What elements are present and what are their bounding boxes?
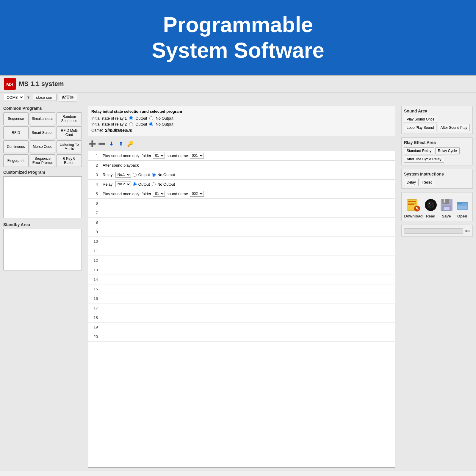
com-port-select[interactable]: COM3 COM1 COM2 COM4 [4, 94, 24, 101]
line-number: 10 [88, 239, 100, 244]
relay2-row: Initial state of relay 2 Output No Outpu… [91, 122, 392, 126]
sound-area-buttons: Play Sound Once Loop Play Sound After So… [404, 116, 470, 131]
app-window: MS MS 1.1 system COM3 COM1 COM2 COM4 ▼ c… [0, 75, 476, 471]
line-number: 16 [88, 296, 100, 301]
move-down-button[interactable]: ⬇ [107, 140, 115, 148]
add-line-button[interactable]: ➕ [88, 140, 96, 148]
customized-program-section: Customized Program [3, 170, 82, 219]
play-sound-once-button[interactable]: Play Sound Once [404, 116, 437, 123]
line-row: 12 [88, 256, 395, 265]
btn-smart-screen[interactable]: Smart Screen [30, 126, 55, 139]
toolbar: COM3 COM1 COM2 COM4 ▼ close com 配置块 [0, 93, 476, 103]
btn-6-key-6-button[interactable]: 6 Key 6 Button [57, 154, 82, 167]
line-number: 11 [88, 249, 100, 253]
line-number: 8 [88, 220, 100, 225]
program-lines: 1 Play sound once only: folder 0102 soun… [88, 151, 395, 468]
play-sound-label-5: Play sound once only: folder [103, 192, 151, 196]
relay2-nooutput-radio[interactable] [149, 122, 153, 126]
line-row: 19 [88, 322, 395, 332]
folder-select-5[interactable]: 0102 [153, 191, 165, 197]
system-instruction-buttons: Delay Reset [404, 179, 470, 186]
standby-box [3, 229, 82, 270]
line-row: 5 Play sound once only: folder 0102 soun… [88, 189, 395, 199]
relay-num-select-3[interactable]: No.1No.2 [115, 172, 131, 178]
btn-listening-to-music[interactable]: Listening To Music [57, 140, 82, 153]
content-area: Common Programs Sequence Simultaneous Ra… [0, 103, 476, 471]
config-block-button[interactable]: 配置块 [59, 94, 77, 101]
line-number: 4 [88, 182, 100, 187]
relay1-output-radio[interactable] [129, 116, 133, 120]
btn-sequence-error-prompt[interactable]: Sequence Error Prompt [30, 154, 55, 167]
standard-relay-button[interactable]: Standard Relay [404, 147, 434, 154]
btn-simultaneous[interactable]: Simultaneous [30, 112, 55, 125]
btn-sequence[interactable]: Sequence [3, 112, 29, 125]
left-panel: Common Programs Sequence Simultaneous Ra… [0, 103, 85, 471]
sound-select-1[interactable]: 001002003 [190, 153, 204, 159]
relay4-nooutput-radio[interactable] [152, 182, 156, 186]
relay2-nooutput-label: No Output [156, 122, 173, 126]
common-programs-grid: Sequence Simultaneous Random Sequence RF… [3, 112, 82, 167]
middle-panel: Relay initial state selection and select… [85, 103, 398, 471]
line-number: 14 [88, 277, 100, 282]
sound-name-label-5: sound name [167, 192, 188, 196]
sound-select-5[interactable]: 002001003 [190, 191, 204, 197]
sound-name-label-1: sound name [167, 154, 188, 158]
folder-select-1[interactable]: 0102 [153, 153, 165, 159]
line-content: After sound playback [100, 162, 395, 168]
btn-rfid[interactable]: RFID [3, 126, 29, 139]
relay3-output-label: Output [138, 173, 150, 177]
btn-rfid-multi-card[interactable]: RFID Multi Card [57, 126, 82, 139]
relay3-nooutput-label: No Output [157, 173, 175, 177]
line-row: 16 [88, 294, 395, 303]
relay-num-select-4[interactable]: No.2No.1 [115, 181, 131, 187]
key-button[interactable]: 🔑 [126, 140, 134, 148]
line-row: 3 Relay: No.1No.2 Output No Output [88, 170, 395, 180]
remove-line-button[interactable]: ➖ [98, 140, 106, 148]
header-line2: System Software [6, 37, 470, 63]
btn-fingerprint[interactable]: Fingerprint [3, 154, 29, 167]
download-action[interactable]: ✎ Download [404, 197, 422, 218]
after-the-cycle-relay-button[interactable]: After The Cycle Relay [404, 156, 444, 163]
line-content: Play sound once only: folder 0102 sound … [100, 190, 395, 197]
svg-text:✎: ✎ [415, 206, 419, 211]
line-number: 7 [88, 211, 100, 215]
line-row: 7 [88, 208, 395, 218]
loop-play-sound-button[interactable]: Loop Play Sound [404, 124, 436, 131]
btn-morse-code[interactable]: Morse Code [30, 140, 55, 153]
line-number: 19 [88, 325, 100, 329]
svg-rect-5 [408, 204, 414, 205]
relay4-output-radio[interactable] [133, 182, 137, 186]
move-up-button[interactable]: ⬆ [117, 140, 125, 148]
relay2-output-radio[interactable] [129, 122, 133, 126]
open-action[interactable]: Open [455, 197, 470, 218]
customized-program-textarea[interactable] [3, 176, 82, 218]
relay3-output-radio[interactable] [133, 173, 137, 177]
close-com-button[interactable]: close com [33, 94, 57, 101]
line-row: 15 [88, 284, 395, 294]
delay-button[interactable]: Delay [404, 179, 419, 186]
progress-label: 0% [465, 229, 470, 233]
save-action[interactable]: Save [439, 197, 454, 218]
line-content: Relay: No.2No.1 Output No Output [100, 181, 395, 188]
svg-rect-4 [408, 203, 416, 203]
btn-random-sequence[interactable]: Random Sequence [57, 112, 82, 125]
line-number: 5 [88, 192, 100, 196]
relay1-nooutput-radio[interactable] [149, 116, 153, 120]
action-icons-section: ✎ Download [401, 192, 473, 221]
download-label: Download [404, 214, 422, 218]
reset-button[interactable]: Reset [420, 179, 434, 186]
relay-label-4: Relay: [103, 182, 114, 187]
line-number: 12 [88, 258, 100, 263]
line-row: 2 After sound playback [88, 161, 395, 170]
line-row: 17 [88, 303, 395, 313]
svg-point-12 [429, 203, 430, 204]
line-number: 17 [88, 306, 100, 310]
relay-cycle-button[interactable]: Relay Cycle [435, 147, 460, 154]
line-row: 9 [88, 227, 395, 237]
relay3-nooutput-radio[interactable] [152, 173, 156, 177]
read-action[interactable]: Read [423, 197, 439, 218]
after-sound-play-button[interactable]: After Sound Play [438, 124, 470, 131]
btn-continuous[interactable]: Continuous [3, 140, 29, 153]
line-number: 6 [88, 201, 100, 206]
line-row: 13 [88, 265, 395, 275]
